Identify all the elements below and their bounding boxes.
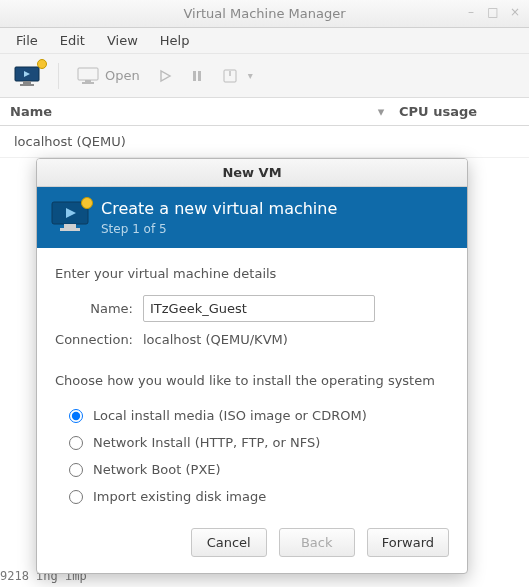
column-cpu: CPU usage bbox=[389, 104, 529, 119]
monitor-icon bbox=[14, 66, 40, 86]
name-label: Name: bbox=[55, 301, 133, 316]
open-label: Open bbox=[105, 68, 140, 83]
dialog-actions: Cancel Back Forward bbox=[37, 516, 467, 573]
host-row[interactable]: localhost (QEMU) bbox=[0, 126, 529, 158]
star-badge-icon bbox=[37, 59, 47, 69]
open-button[interactable]: Open bbox=[73, 63, 144, 89]
dialog-header: Create a new virtual machine Step 1 of 5 bbox=[37, 187, 467, 248]
install-section: Choose how you would like to install the… bbox=[55, 373, 449, 510]
details-label: Enter your virtual machine details bbox=[55, 266, 449, 281]
dialog-title: New VM bbox=[222, 165, 281, 180]
menubar: File Edit View Help bbox=[0, 28, 529, 54]
svg-rect-2 bbox=[20, 84, 34, 86]
svg-rect-9 bbox=[198, 71, 201, 81]
new-vm-button[interactable] bbox=[10, 62, 44, 90]
chevron-down-icon: ▾ bbox=[248, 70, 253, 81]
menu-help[interactable]: Help bbox=[150, 29, 200, 52]
pause-icon bbox=[190, 69, 204, 83]
name-input[interactable] bbox=[143, 295, 375, 322]
connection-label: Connection: bbox=[55, 332, 133, 347]
power-icon bbox=[222, 68, 238, 84]
new-vm-dialog: New VM Create a new virtual machine Step… bbox=[36, 158, 468, 574]
dialog-titlebar: New VM bbox=[37, 159, 467, 187]
svg-marker-7 bbox=[161, 71, 170, 81]
sort-indicator-icon: ▾ bbox=[373, 104, 389, 119]
menu-edit[interactable]: Edit bbox=[50, 29, 95, 52]
run-button[interactable] bbox=[154, 65, 176, 87]
shutdown-button[interactable]: ▾ bbox=[218, 64, 257, 88]
radio-import-disk[interactable]: Import existing disk image bbox=[55, 483, 449, 510]
radio-network-install[interactable]: Network Install (HTTP, FTP, or NFS) bbox=[55, 429, 449, 456]
svg-rect-14 bbox=[60, 228, 80, 231]
radio-import-disk-input[interactable] bbox=[69, 490, 83, 504]
dialog-header-icon bbox=[51, 201, 89, 234]
connection-row: Connection: localhost (QEMU/KVM) bbox=[55, 332, 449, 347]
radio-local-media[interactable]: Local install media (ISO image or CDROM) bbox=[55, 402, 449, 429]
name-row: Name: bbox=[55, 295, 449, 322]
svg-rect-13 bbox=[64, 224, 76, 228]
star-badge-icon bbox=[81, 197, 93, 209]
svg-rect-6 bbox=[82, 82, 94, 84]
window-controls: – □ × bbox=[463, 4, 523, 20]
titlebar: Virtual Machine Manager – □ × bbox=[0, 0, 529, 28]
radio-network-boot[interactable]: Network Boot (PXE) bbox=[55, 456, 449, 483]
dialog-heading: Create a new virtual machine bbox=[101, 199, 337, 218]
virt-manager-window: Virtual Machine Manager – □ × File Edit … bbox=[0, 0, 529, 587]
radio-network-install-input[interactable] bbox=[69, 436, 83, 450]
svg-rect-5 bbox=[85, 80, 91, 82]
dialog-body: Enter your virtual machine details Name:… bbox=[37, 248, 467, 516]
close-icon[interactable]: × bbox=[507, 4, 523, 20]
menu-view[interactable]: View bbox=[97, 29, 148, 52]
cancel-button[interactable]: Cancel bbox=[191, 528, 267, 557]
radio-import-disk-label: Import existing disk image bbox=[93, 489, 266, 504]
pause-button[interactable] bbox=[186, 65, 208, 87]
svg-rect-4 bbox=[78, 68, 98, 80]
radio-network-install-label: Network Install (HTTP, FTP, or NFS) bbox=[93, 435, 320, 450]
radio-network-boot-input[interactable] bbox=[69, 463, 83, 477]
svg-rect-1 bbox=[23, 81, 31, 84]
column-name: Name bbox=[0, 104, 373, 119]
radio-local-media-label: Local install media (ISO image or CDROM) bbox=[93, 408, 367, 423]
toolbar: Open ▾ bbox=[0, 54, 529, 98]
separator bbox=[58, 63, 59, 89]
install-label: Choose how you would like to install the… bbox=[55, 373, 449, 388]
host-list: localhost (QEMU) bbox=[0, 126, 529, 158]
forward-button[interactable]: Forward bbox=[367, 528, 449, 557]
dialog-step: Step 1 of 5 bbox=[101, 222, 337, 236]
svg-rect-8 bbox=[193, 71, 196, 81]
minimize-icon[interactable]: – bbox=[463, 4, 479, 20]
radio-local-media-input[interactable] bbox=[69, 409, 83, 423]
dialog-header-text: Create a new virtual machine Step 1 of 5 bbox=[101, 199, 337, 236]
maximize-icon[interactable]: □ bbox=[485, 4, 501, 20]
connection-value: localhost (QEMU/KVM) bbox=[143, 332, 288, 347]
play-icon bbox=[158, 69, 172, 83]
back-button[interactable]: Back bbox=[279, 528, 355, 557]
list-headers[interactable]: Name ▾ CPU usage bbox=[0, 98, 529, 126]
monitor-small-icon bbox=[77, 67, 99, 85]
menu-file[interactable]: File bbox=[6, 29, 48, 52]
radio-network-boot-label: Network Boot (PXE) bbox=[93, 462, 221, 477]
install-radio-group: Local install media (ISO image or CDROM)… bbox=[55, 402, 449, 510]
window-title: Virtual Machine Manager bbox=[183, 6, 345, 21]
